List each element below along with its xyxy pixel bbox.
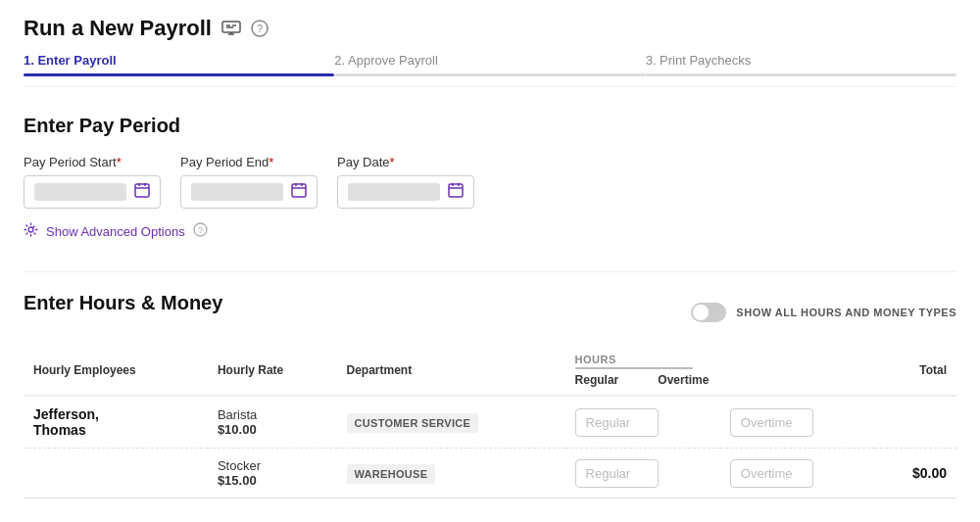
step-1-enter-payroll[interactable]: 1. Enter Payroll	[24, 53, 334, 86]
svg-rect-12	[292, 184, 306, 197]
hours-header: Enter Hours & Money SHOW ALL HOURS AND M…	[24, 292, 956, 332]
calendar-icon-end[interactable]	[291, 182, 307, 202]
total-value-2: $0.00	[912, 465, 947, 481]
gear-icon	[24, 222, 38, 240]
job-title-2: Stocker	[218, 458, 327, 473]
pay-date-label: Pay Date*	[337, 155, 474, 169]
col-header-hours-group: HOURS Regular Overtime	[565, 348, 875, 396]
toggle-label: SHOW ALL HOURS AND MONEY TYPES	[736, 307, 956, 318]
pay-period-end-label: Pay Period End*	[180, 155, 318, 169]
overtime-hours-input-2[interactable]	[730, 459, 813, 488]
payroll-table: Hourly Employees Hourly Rate Department …	[24, 348, 956, 498]
employee-name-cell: Jefferson, Thomas	[24, 396, 208, 449]
table-row: Jefferson, Thomas Barista $10.00 CUSTOME…	[24, 396, 956, 449]
pay-period-end-input[interactable]	[180, 175, 318, 209]
svg-text:?: ?	[257, 23, 263, 34]
advanced-options-help-icon[interactable]: ?	[193, 222, 208, 240]
total-cell	[875, 396, 956, 449]
job-title: Barista	[218, 407, 327, 422]
regular-hours-input-2[interactable]	[575, 459, 659, 488]
overtime-hours-input[interactable]	[730, 408, 813, 437]
department-cell: CUSTOMER SERVICE	[337, 396, 565, 449]
steps-container: 1. Enter Payroll 2. Approve Payroll 3. P…	[24, 53, 956, 87]
employee-name-cell-2	[24, 449, 208, 498]
overtime-hours-cell[interactable]	[720, 396, 875, 449]
step-2-approve-payroll[interactable]: 2. Approve Payroll	[334, 53, 645, 86]
hours-section: Enter Hours & Money SHOW ALL HOURS AND M…	[24, 271, 956, 498]
regular-hours-input[interactable]	[575, 408, 659, 437]
show-all-hours-toggle[interactable]	[691, 303, 726, 322]
step-1-bar	[24, 73, 334, 76]
pay-period-start-input[interactable]	[24, 175, 161, 209]
svg-text:?: ?	[198, 225, 203, 235]
hours-underline	[575, 367, 693, 369]
pay-period-end-field: Pay Period End*	[180, 155, 318, 209]
help-circle-icon[interactable]: ?	[251, 20, 269, 37]
department-badge-2: WAREHOUSE	[347, 464, 436, 484]
advanced-options-label: Show Advanced Options	[46, 224, 185, 239]
pay-period-end-placeholder	[191, 183, 283, 201]
col-header-total: Total	[875, 348, 956, 396]
pay-period-start-field: Pay Period Start*	[24, 155, 161, 209]
calendar-icon-start[interactable]	[134, 182, 150, 202]
required-star-start: *	[117, 155, 122, 169]
pay-period-start-placeholder	[34, 183, 126, 201]
advanced-options-link[interactable]: Show Advanced Options ?	[24, 222, 956, 240]
svg-rect-8	[135, 184, 149, 197]
calendar-icon-date[interactable]	[448, 182, 464, 202]
col-header-employee: Hourly Employees	[24, 348, 208, 396]
pay-period-start-label: Pay Period Start*	[24, 155, 161, 169]
required-star-date: *	[389, 155, 394, 169]
department-badge: CUSTOMER SERVICE	[347, 413, 479, 433]
table-header-row: Hourly Employees Hourly Rate Department …	[24, 348, 956, 396]
col-header-overtime: Overtime	[658, 373, 709, 387]
svg-point-20	[28, 227, 33, 232]
toggle-wrapper: SHOW ALL HOURS AND MONEY TYPES	[691, 303, 956, 322]
step-2-label: 2. Approve Payroll	[334, 53, 645, 68]
pay-period-section: Enter Pay Period Pay Period Start*	[24, 115, 956, 240]
overtime-hours-cell-2[interactable]	[720, 449, 875, 498]
page-title: Run a New Payroll	[24, 16, 212, 41]
employee-name: Jefferson, Thomas	[33, 406, 198, 438]
hourly-rate-2: $15.00	[218, 473, 327, 488]
hours-group-label: HOURS	[575, 354, 616, 365]
required-star-end: *	[269, 155, 273, 169]
pay-date-input[interactable]	[337, 175, 474, 209]
col-header-regular: Regular	[575, 373, 619, 387]
regular-hours-cell[interactable]	[565, 396, 720, 449]
hours-section-title: Enter Hours & Money	[24, 292, 222, 314]
total-cell-2: $0.00	[875, 449, 956, 498]
department-cell-2: WAREHOUSE	[337, 449, 565, 498]
col-header-rate: Hourly Rate	[208, 348, 337, 396]
step-1-label: 1. Enter Payroll	[24, 53, 334, 68]
step-3-print-paychecks[interactable]: 3. Print Paychecks	[646, 53, 956, 86]
pay-date-placeholder	[348, 183, 440, 201]
job-rate-cell-2: Stocker $15.00	[208, 449, 337, 498]
regular-hours-cell-2[interactable]	[565, 449, 720, 498]
table-row: Stocker $15.00 WAREHOUSE $0.00	[24, 449, 956, 498]
pay-period-fields-row: Pay Period Start*	[24, 155, 956, 209]
hourly-rate: $10.00	[218, 422, 327, 437]
step-3-label: 3. Print Paychecks	[646, 53, 956, 68]
page-header: Run a New Payroll ?	[24, 16, 956, 41]
svg-rect-16	[449, 184, 463, 197]
pay-date-field: Pay Date*	[337, 155, 474, 209]
col-header-department: Department	[337, 348, 565, 396]
pay-period-title: Enter Pay Period	[24, 115, 956, 137]
step-3-bar	[646, 73, 956, 76]
job-rate-cell: Barista $10.00	[208, 396, 337, 449]
step-2-bar	[334, 73, 645, 76]
monitor-icon[interactable]	[221, 21, 241, 36]
